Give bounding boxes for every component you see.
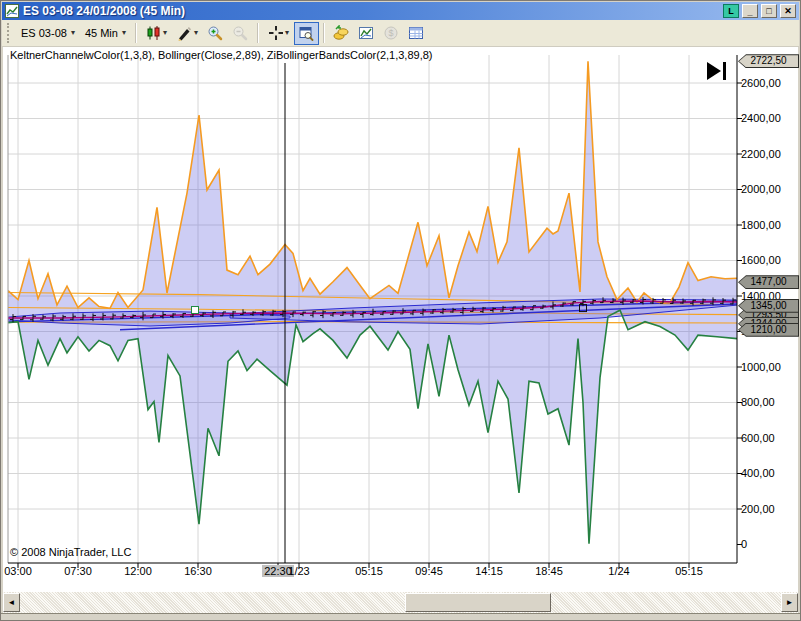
x-tick-label: 03:00 (0, 565, 40, 577)
y-tick-label: 1600,00 (741, 254, 781, 266)
zoom-window-button[interactable] (294, 22, 319, 45)
toolbar-separator (323, 23, 325, 43)
price-marker-tag: 1477,00 (738, 275, 799, 289)
data-grid-icon (408, 25, 424, 41)
x-tick-label: 18:45 (527, 565, 571, 577)
interval-selector[interactable]: 45 Min ▾ (80, 24, 131, 42)
chevron-down-icon: ▾ (71, 29, 75, 37)
x-tick-label: 07:30 (56, 565, 100, 577)
dollar-coin-icon: $ (383, 25, 399, 41)
window-controls: L _ □ ✕ (720, 4, 796, 18)
scroll-right-button[interactable]: ► (781, 593, 798, 612)
toolbar-grip[interactable] (7, 23, 11, 43)
new-chart-button[interactable] (354, 22, 379, 45)
x-tick-label: 14:15 (467, 565, 511, 577)
toolbar: ES 03-08 ▾ 45 Min ▾ ▾ ▾ ▾ (2, 20, 799, 47)
chart-app-icon (5, 4, 19, 18)
x-tick-label: 05:15 (347, 565, 391, 577)
chevron-down-icon: ▾ (285, 29, 289, 37)
title-bar[interactable]: ES 03-08 24/01/2008 (45 Min) L _ □ ✕ (2, 2, 799, 20)
close-button[interactable]: ✕ (780, 4, 796, 18)
x-tick-label: 12:00 (116, 565, 160, 577)
price-marker-tag: 2722,50 (738, 54, 799, 68)
pen-icon (177, 25, 193, 41)
x-tick-label: 1/24 (597, 565, 641, 577)
interval-label: 45 Min (85, 27, 118, 39)
horizontal-scrollbar[interactable]: ◄ ► (3, 591, 798, 613)
toolbar-separator (257, 23, 259, 43)
x-tick-label: 1/23 (277, 565, 321, 577)
chevron-down-icon: ▾ (122, 29, 126, 37)
zoom-in-button[interactable] (203, 22, 228, 45)
y-tick-label: 1800,00 (741, 219, 781, 231)
scroll-left-button[interactable]: ◄ (3, 593, 20, 612)
y-tick-label: 600,00 (741, 432, 775, 444)
y-tick-label: 2000,00 (741, 183, 781, 195)
chart-trader-button[interactable] (329, 22, 354, 45)
zoom-out-icon (232, 25, 248, 41)
y-tick-label: 2400,00 (741, 112, 781, 124)
zoom-in-icon (207, 25, 223, 41)
y-tick-label: 2200,00 (741, 148, 781, 160)
crosshair-icon (268, 25, 284, 41)
y-tick-label: 400,00 (741, 467, 775, 479)
y-tick-label: 1000,00 (741, 361, 781, 373)
x-tick-label: 05:15 (667, 565, 711, 577)
price-marker-tag: 1345,00 (738, 299, 799, 313)
window-frame-bottom (0, 613, 801, 621)
y-tick-label: 200,00 (741, 503, 775, 515)
minimize-button[interactable]: _ (742, 4, 758, 18)
data-grid-button[interactable] (404, 22, 429, 45)
chart-window: ES 03-08 24/01/2008 (45 Min) L _ □ ✕ ES … (0, 0, 801, 621)
y-tick-label: 0 (741, 538, 747, 550)
dollar-button[interactable]: $ (379, 22, 404, 45)
candlestick-icon (146, 25, 162, 41)
zoom-window-icon (298, 25, 314, 41)
chevron-down-icon: ▾ (163, 29, 167, 37)
instrument-selector[interactable]: ES 03-08 ▾ (16, 24, 80, 42)
chevron-down-icon: ▾ (194, 29, 198, 37)
window-title: ES 03-08 24/01/2008 (45 Min) (23, 4, 185, 18)
y-tick-label: 800,00 (741, 396, 775, 408)
toolbar-separator (135, 23, 137, 43)
zoom-out-button[interactable] (228, 22, 253, 45)
chart-background (3, 47, 798, 591)
indicator-label[interactable]: KeltnerChannelwColor(1,3,8), Bollinger(C… (10, 49, 433, 61)
link-button[interactable]: L (723, 4, 739, 18)
svg-text:$: $ (389, 28, 394, 38)
scrollbar-thumb[interactable] (405, 593, 551, 612)
y-tick-label: 2600,00 (741, 77, 781, 89)
instrument-label: ES 03-08 (21, 27, 67, 39)
maximize-button[interactable]: □ (761, 4, 777, 18)
chart-style-button[interactable]: ▾ (141, 22, 172, 45)
x-tick-label: 09:45 (407, 565, 451, 577)
drawing-tools-button[interactable]: ▾ (172, 22, 203, 45)
price-marker-tag: 1210,00 (738, 323, 799, 337)
chart-icon (358, 25, 374, 41)
coins-icon (333, 25, 349, 41)
cursor-crosshair-button[interactable]: ▾ (263, 22, 294, 45)
copyright-label: © 2008 NinjaTrader, LLC (10, 546, 131, 558)
x-tick-label: 16:30 (176, 565, 220, 577)
